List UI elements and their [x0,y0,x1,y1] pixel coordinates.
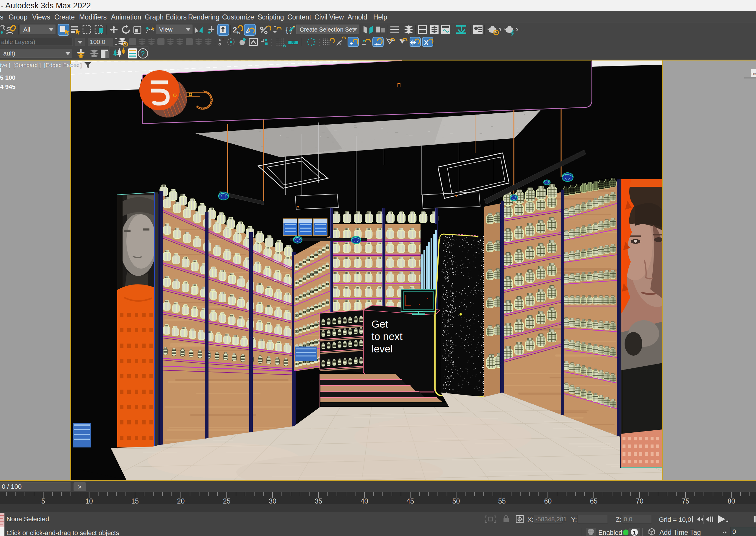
svg-text:1: 1 [633,530,636,536]
svg-text:Create: Create [54,13,75,21]
svg-text:0: 0 [732,528,736,535]
svg-text:0,0: 0,0 [624,516,632,522]
svg-text:55: 55 [498,497,506,505]
svg-text:5: 5 [237,30,240,35]
svg-text:?: ? [141,50,145,57]
svg-text:able Layers): able Layers) [1,38,35,45]
svg-text:-58348,281: -58348,281 [535,516,567,522]
svg-text:Get: Get [371,318,388,330]
svg-text:Rendering: Rendering [188,13,220,21]
svg-text:75: 75 [682,497,689,505]
svg-text:100,0: 100,0 [90,38,105,45]
svg-text:30: 30 [269,497,276,505]
svg-text:Group: Group [9,13,27,21]
svg-text:s: s [0,13,4,21]
svg-text:5: 5 [41,497,45,505]
svg-text:80: 80 [728,497,735,505]
svg-text:- Autodesk 3ds Max 2022: - Autodesk 3ds Max 2022 [1,1,91,10]
svg-text:Arnold: Arnold [348,13,367,21]
svg-text:15: 15 [131,497,139,505]
svg-text:70: 70 [636,497,643,505]
svg-text:All: All [23,26,30,33]
svg-text:Content: Content [287,13,311,21]
svg-text:4 945: 4 945 [0,83,16,90]
svg-text:None Selected: None Selected [7,515,49,523]
svg-text:FRO: FRO [752,72,756,75]
svg-text:X:: X: [528,516,533,523]
svg-text:Click or click-and-drag to sel: Click or click-and-drag to select object… [7,529,119,536]
svg-text:65: 65 [590,497,598,505]
svg-text:Grid = 10,0: Grid = 10,0 [659,516,691,523]
svg-text:Z:: Z: [616,516,622,523]
svg-text:Y:: Y: [571,516,577,523]
svg-text:ive ] [Standard ] [Edged Fac: ive ] [Standard ] [Edged Faces ] [0,62,82,68]
svg-text:Help: Help [373,13,387,21]
svg-text:50: 50 [452,497,460,505]
svg-text:10: 10 [86,497,93,505]
svg-text:40: 40 [361,497,368,505]
svg-text:A: A [283,43,286,48]
svg-text:{: { [286,25,288,34]
svg-text:20: 20 [177,497,185,505]
svg-text:25: 25 [223,497,231,505]
svg-text:View: View [159,26,173,33]
svg-text:Modifiers: Modifiers [79,13,107,21]
svg-text:45: 45 [406,497,414,505]
svg-text:60: 60 [544,497,552,505]
svg-text:0 / 100: 0 / 100 [2,483,21,490]
svg-text:Animation: Animation [111,13,141,21]
svg-text:to next: to next [371,331,402,342]
svg-text:>: > [78,483,82,490]
svg-text:Create Selection Set: Create Selection Set [300,26,354,33]
svg-text:l: l [0,67,1,73]
svg-text:X: X [424,39,429,46]
svg-text:Civil View: Civil View [315,13,344,21]
svg-text:Enabled:: Enabled: [598,529,624,536]
svg-text:35: 35 [315,497,323,505]
svg-text:2: 2 [233,25,237,34]
svg-text:Add Time Tag: Add Time Tag [659,529,701,536]
svg-text:Scripting: Scripting [258,13,284,21]
svg-text:Views: Views [32,13,50,21]
svg-text:level: level [371,343,393,354]
svg-text:Graph Editors: Graph Editors [145,13,187,21]
svg-text:Customize: Customize [222,13,254,21]
svg-text:ault): ault) [3,50,16,57]
svg-text:5 100: 5 100 [0,74,16,81]
